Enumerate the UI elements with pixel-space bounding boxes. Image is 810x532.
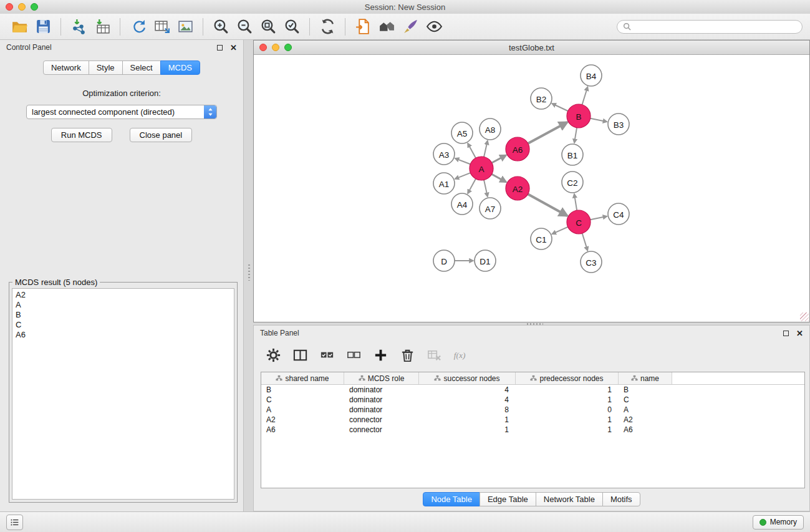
column-header[interactable]: MCDS role xyxy=(344,372,419,384)
export-image-button[interactable] xyxy=(173,16,197,37)
graph-node-A1[interactable]: A1 xyxy=(433,173,455,194)
result-item[interactable]: B xyxy=(12,310,234,320)
graph-node-B2[interactable]: B2 xyxy=(531,88,552,109)
tab-select[interactable]: Select xyxy=(122,60,161,75)
close-window-icon[interactable] xyxy=(6,3,13,11)
graph-node-A5[interactable]: A5 xyxy=(451,122,473,143)
result-item[interactable]: A2 xyxy=(12,290,234,300)
column-header[interactable]: predecessor nodes xyxy=(516,372,619,384)
graph-node-A3[interactable]: A3 xyxy=(433,143,455,165)
clone-network-button[interactable] xyxy=(126,16,150,37)
search-input[interactable] xyxy=(634,22,796,32)
table-settings-button[interactable] xyxy=(264,346,282,364)
refresh-view-button[interactable] xyxy=(316,16,339,37)
close-panel-icon[interactable]: ✕ xyxy=(230,44,237,52)
close-network-window-icon[interactable] xyxy=(259,44,267,51)
graph-node-C2[interactable]: C2 xyxy=(562,172,583,193)
table-row[interactable]: Cdominator41C xyxy=(261,395,804,405)
tab-style[interactable]: Style xyxy=(89,60,123,75)
zoom-network-window-icon[interactable] xyxy=(284,44,292,51)
graph-node-A4[interactable]: A4 xyxy=(451,193,473,215)
graph-node-C[interactable]: C xyxy=(567,210,591,234)
zoom-selected-button[interactable] xyxy=(280,16,304,37)
graph-node-A6[interactable]: A6 xyxy=(506,137,529,161)
zoom-out-button[interactable] xyxy=(233,16,256,37)
network-graph[interactable]: B4B2BB3A5A8A6B1A3AC2A1A2A4A7C4CC1C3DD1 xyxy=(254,55,809,322)
dropdown-stepper-icon[interactable] xyxy=(204,105,216,118)
close-panel-button[interactable]: Close panel xyxy=(130,128,193,142)
panel-toggle-button[interactable] xyxy=(6,515,23,530)
result-item[interactable]: C xyxy=(12,320,234,330)
graph-node-C3[interactable]: C3 xyxy=(581,251,602,273)
save-session-button[interactable] xyxy=(31,16,55,37)
document-export-icon xyxy=(355,18,372,35)
table-row[interactable]: Adominator80A xyxy=(261,405,804,415)
import-table-button[interactable] xyxy=(90,16,114,37)
show-columns-button[interactable] xyxy=(291,346,309,364)
graph-node-C1[interactable]: C1 xyxy=(531,228,552,249)
graph-node-A7[interactable]: A7 xyxy=(480,198,501,219)
table-row[interactable]: A6connector11A6 xyxy=(261,425,804,435)
plus-icon xyxy=(373,347,388,363)
delete-button[interactable] xyxy=(398,346,417,364)
zoom-in-button[interactable] xyxy=(209,16,233,37)
tab-motifs[interactable]: Motifs xyxy=(602,492,640,506)
new-table-button[interactable] xyxy=(150,16,173,37)
float-table-panel-icon[interactable] xyxy=(783,331,789,336)
graph-node-C4[interactable]: C4 xyxy=(608,203,629,225)
delete-table-button[interactable] xyxy=(425,346,443,364)
tab-network[interactable]: Network xyxy=(43,60,89,75)
table-row[interactable]: Bdominator41B xyxy=(261,385,804,395)
graph-node-A8[interactable]: A8 xyxy=(480,118,501,140)
add-button[interactable] xyxy=(371,346,390,364)
mcds-result-group: MCDS result (5 nodes) A2ABCA6 xyxy=(9,282,238,503)
app-window: Session: New Session Control Panel xyxy=(0,0,810,532)
apply-style-button[interactable] xyxy=(398,16,422,37)
graph-node-B1[interactable]: B1 xyxy=(562,144,583,165)
column-header[interactable]: name xyxy=(619,372,672,384)
tab-network-table[interactable]: Network Table xyxy=(536,492,603,506)
table-panel-title: Table Panel xyxy=(260,329,783,337)
export-document-button[interactable] xyxy=(351,16,375,37)
toolbar-separator xyxy=(120,18,120,36)
zoom-window-icon[interactable] xyxy=(31,3,38,11)
graph-node-D[interactable]: D xyxy=(433,250,455,271)
home-view-button[interactable] xyxy=(375,16,398,37)
open-session-button[interactable] xyxy=(7,16,31,37)
optimization-criterion-select[interactable]: largest connected component (directed) xyxy=(26,105,217,119)
close-table-panel-icon[interactable]: ✕ xyxy=(796,329,803,337)
minimize-window-icon[interactable] xyxy=(18,3,26,11)
toggle-visibility-button[interactable] xyxy=(422,16,446,37)
tab-node-table[interactable]: Node Table xyxy=(423,492,480,506)
graph-node-B[interactable]: B xyxy=(567,104,591,128)
unselect-all-button[interactable] xyxy=(344,346,363,364)
float-panel-icon[interactable] xyxy=(217,45,223,51)
resize-handle-icon[interactable] xyxy=(800,312,809,321)
network-canvas[interactable]: B4B2BB3A5A8A6B1A3AC2A1A2A4A7C4CC1C3DD1 xyxy=(254,55,809,322)
zoom-fit-button[interactable] xyxy=(256,16,280,37)
result-item[interactable]: A6 xyxy=(12,330,234,340)
tab-mcds[interactable]: MCDS xyxy=(160,60,200,75)
memory-button[interactable]: Memory xyxy=(753,515,804,530)
svg-text:A1: A1 xyxy=(439,180,450,189)
result-item[interactable]: A xyxy=(12,300,234,310)
split-divider-grip[interactable] xyxy=(248,264,250,281)
select-all-button[interactable] xyxy=(317,346,336,364)
mcds-result-list[interactable]: A2ABCA6 xyxy=(12,288,234,500)
graph-node-B3[interactable]: B3 xyxy=(608,114,629,135)
table-cell: A6 xyxy=(261,425,344,434)
minimize-network-window-icon[interactable] xyxy=(272,44,279,51)
graph-node-B4[interactable]: B4 xyxy=(581,65,602,86)
graph-node-A[interactable]: A xyxy=(470,157,493,180)
function-builder-button[interactable]: f(x) xyxy=(451,346,470,364)
search-box[interactable] xyxy=(617,20,803,34)
graph-node-D1[interactable]: D1 xyxy=(475,250,496,271)
table-row[interactable]: A2connector11A2 xyxy=(261,415,804,425)
graph-node-A2[interactable]: A2 xyxy=(506,177,529,200)
toolbar-separator xyxy=(309,18,310,36)
run-mcds-button[interactable]: Run MCDS xyxy=(51,128,112,142)
import-network-button[interactable] xyxy=(67,16,90,37)
column-header[interactable]: successor nodes xyxy=(419,372,516,384)
column-header[interactable]: shared name xyxy=(261,372,344,384)
tab-edge-table[interactable]: Edge Table xyxy=(480,492,536,506)
